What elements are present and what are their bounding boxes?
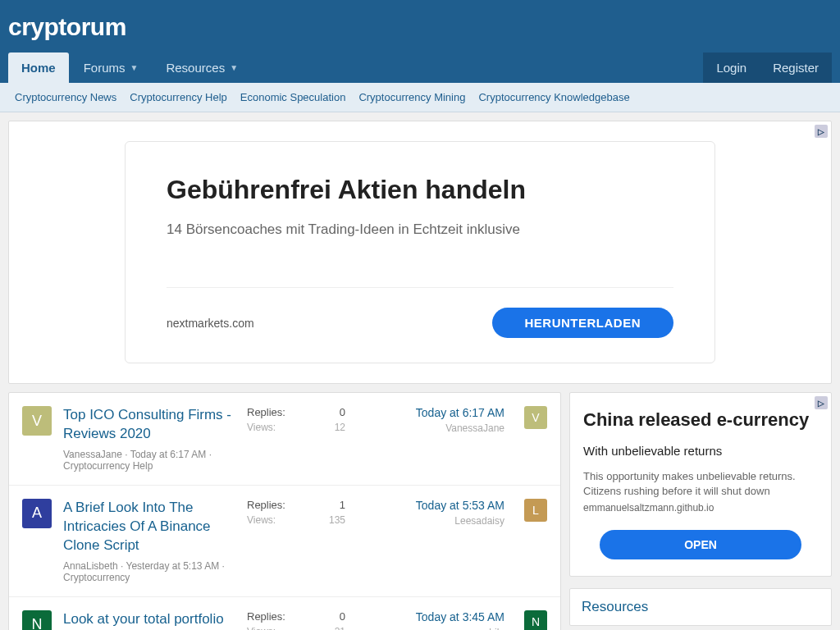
ad-subtitle: 14 Börsencoaches mit Trading-Ideen in Ec… [167, 221, 673, 238]
thread-meta: VanessaJane · Today at 6:17 AM · Cryptoc… [63, 449, 235, 472]
chevron-down-icon: ▼ [230, 63, 238, 72]
thread-row: AA Brief Look Into The Intricacies Of A … [9, 486, 560, 597]
thread-stats: Replies:0Views:21 [247, 610, 345, 630]
resources-heading[interactable]: Resources [570, 589, 831, 625]
thread-list: VTop ICO Consulting Firms - Reviews 2020… [8, 392, 561, 630]
avatar[interactable]: A [22, 499, 52, 528]
thread-row: VTop ICO Consulting Firms - Reviews 2020… [9, 393, 560, 486]
replies-label: Replies: [247, 610, 285, 623]
thread-forum[interactable]: Cryptocurrency [63, 572, 130, 583]
thread-last-post: Today at 3:45 AMnobile [357, 610, 504, 630]
ad-cta-button[interactable]: HERUNTERLADEN [492, 308, 674, 338]
thread-forum[interactable]: Cryptocurrency Help [63, 460, 153, 472]
views-count: 12 [335, 422, 345, 433]
tab-label: Home [21, 61, 56, 75]
replies-count: 0 [340, 406, 345, 418]
avatar[interactable]: V [22, 406, 52, 436]
replies-count: 1 [340, 499, 345, 511]
avatar[interactable]: V [524, 406, 547, 429]
site-logo[interactable]: cryptorum [8, 8, 832, 52]
views-label: Views: [247, 514, 276, 526]
views-count: 135 [329, 514, 345, 526]
last-post-time[interactable]: Today at 3:45 AM [357, 610, 504, 623]
replies-count: 0 [340, 610, 345, 623]
thread-last-post: Today at 5:53 AMLeesadaisy [357, 499, 504, 527]
side-ad-title: China released e-currency [583, 409, 818, 431]
side-ad-domain: emmanuelsaltzmann.github.io [583, 502, 818, 514]
last-post-user[interactable]: Leesadaisy [357, 515, 504, 527]
tab-label: Resources [166, 61, 225, 75]
thread-meta: AnnaLisbeth · Yesterday at 5:13 AM · Cry… [63, 560, 235, 583]
last-post-time[interactable]: Today at 5:53 AM [357, 499, 504, 512]
avatar[interactable]: N [524, 610, 547, 630]
subnav-item[interactable]: Economic Speculation [234, 83, 353, 112]
last-post-time[interactable]: Today at 6:17 AM [357, 406, 504, 419]
side-ad-body: This opportunity makes unbelievable retu… [583, 469, 818, 499]
thread-author[interactable]: VanessaJane [63, 449, 122, 460]
thread-title[interactable]: Look at your total portfolio [63, 611, 224, 627]
adchoices-icon[interactable]: ▷ [815, 125, 828, 138]
thread-title[interactable]: Top ICO Consulting Firms - Reviews 2020 [63, 407, 231, 441]
login-button[interactable]: Login [703, 52, 760, 83]
views-label: Views: [247, 626, 276, 630]
subnav-item[interactable]: Cryptocurrency News [8, 83, 123, 112]
tab-resources[interactable]: Resources▼ [153, 52, 251, 83]
side-ad-subtitle: With unbelievable returns [583, 444, 818, 458]
register-button[interactable]: Register [760, 52, 832, 83]
tab-label: Forums [84, 61, 126, 75]
views-label: Views: [247, 422, 276, 433]
last-post-user[interactable]: VanessaJane [357, 422, 504, 434]
main-tabs: HomeForums▼Resources▼ [8, 52, 251, 83]
thread-last-post: Today at 6:17 AMVanessaJane [357, 406, 504, 434]
sub-nav: Cryptocurrency NewsCryptocurrency HelpEc… [0, 83, 840, 112]
thread-author[interactable]: AnnaLisbeth [63, 560, 118, 572]
thread-row: NLook at your total portfolionobile · To… [9, 597, 560, 630]
thread-title[interactable]: A Brief Look Into The Intricacies Of A B… [63, 500, 211, 553]
avatar[interactable]: L [524, 499, 547, 522]
subnav-item[interactable]: Cryptocurrency Mining [352, 83, 472, 112]
side-ad-container[interactable]: ▷ China released e-currency With unbelie… [569, 392, 832, 577]
resources-panel: Resources [569, 588, 832, 626]
ad-title: Gebührenfrei Aktien handeln [167, 175, 673, 205]
thread-stats: Replies:1Views:135 [247, 499, 345, 526]
thread-time: Yesterday at 5:13 AM [126, 560, 220, 572]
subnav-item[interactable]: Cryptocurrency Knowledgebase [472, 83, 636, 112]
thread-stats: Replies:0Views:12 [247, 406, 345, 433]
adchoices-icon[interactable]: ▷ [815, 396, 828, 409]
last-post-user[interactable]: nobile [357, 627, 504, 630]
top-ad-container: ▷ Gebührenfrei Aktien handeln 14 Börsenc… [8, 121, 832, 384]
tab-home[interactable]: Home [8, 52, 69, 83]
subnav-item[interactable]: Cryptocurrency Help [123, 83, 234, 112]
side-ad-cta-button[interactable]: OPEN [600, 530, 801, 559]
chevron-down-icon: ▼ [130, 63, 139, 72]
replies-label: Replies: [247, 406, 285, 418]
replies-label: Replies: [247, 499, 285, 511]
avatar[interactable]: N [22, 610, 52, 630]
tab-forums[interactable]: Forums▼ [71, 52, 152, 83]
top-ad-card[interactable]: Gebührenfrei Aktien handeln 14 Börsencoa… [125, 141, 715, 363]
thread-time: Today at 6:17 AM [130, 449, 207, 460]
views-count: 21 [335, 626, 345, 630]
ad-domain: nextmarkets.com [167, 317, 254, 330]
